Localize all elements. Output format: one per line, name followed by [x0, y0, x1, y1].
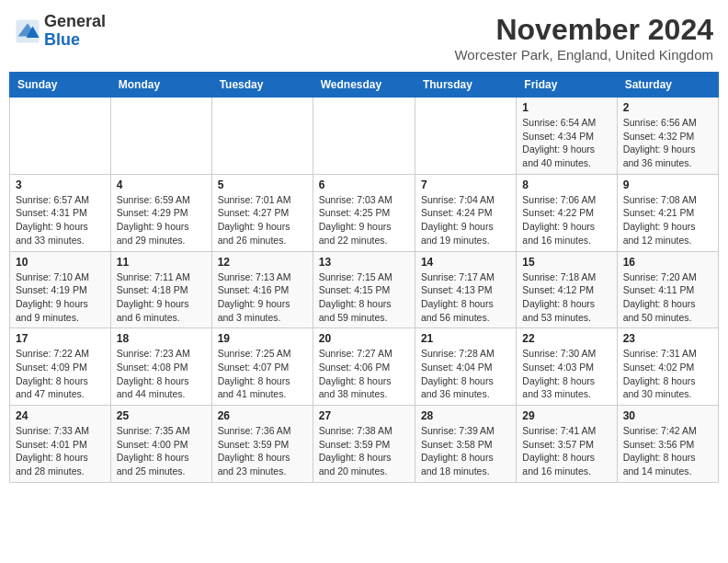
day-cell: 24Sunrise: 7:33 AMSunset: 4:01 PMDayligh… — [10, 406, 111, 483]
day-info: Sunrise: 7:20 AMSunset: 4:11 PMDaylight:… — [623, 270, 712, 325]
day-info: Sunrise: 7:17 AMSunset: 4:13 PMDaylight:… — [421, 270, 510, 325]
subtitle: Worcester Park, England, United Kingdom — [454, 47, 713, 63]
day-cell: 22Sunrise: 7:30 AMSunset: 4:03 PMDayligh… — [517, 328, 617, 406]
day-cell: 16Sunrise: 7:20 AMSunset: 4:11 PMDayligh… — [617, 251, 718, 328]
day-number: 19 — [218, 332, 307, 345]
day-cell: 23Sunrise: 7:31 AMSunset: 4:02 PMDayligh… — [617, 328, 718, 406]
day-info: Sunrise: 7:31 AMSunset: 4:02 PMDaylight:… — [623, 347, 712, 401]
week-row-1: 1Sunrise: 6:54 AMSunset: 4:34 PMDaylight… — [10, 98, 719, 175]
day-cell — [313, 98, 415, 175]
day-info: Sunrise: 7:03 AMSunset: 4:25 PMDaylight:… — [319, 193, 409, 247]
day-info: Sunrise: 6:59 AMSunset: 4:29 PMDaylight:… — [117, 193, 206, 247]
day-cell: 7Sunrise: 7:04 AMSunset: 4:24 PMDaylight… — [415, 174, 516, 251]
day-number: 12 — [218, 256, 307, 269]
header-cell-wednesday: Wednesday — [313, 73, 415, 98]
day-cell: 6Sunrise: 7:03 AMSunset: 4:25 PMDaylight… — [313, 174, 415, 251]
day-info: Sunrise: 7:08 AMSunset: 4:21 PMDaylight:… — [623, 193, 712, 247]
day-number: 29 — [522, 409, 610, 422]
day-info: Sunrise: 7:33 AMSunset: 4:01 PMDaylight:… — [16, 424, 105, 478]
day-number: 16 — [623, 256, 712, 269]
day-number: 9 — [623, 178, 712, 191]
day-cell: 17Sunrise: 7:22 AMSunset: 4:09 PMDayligh… — [10, 328, 111, 406]
day-cell: 19Sunrise: 7:25 AMSunset: 4:07 PMDayligh… — [211, 328, 313, 406]
day-cell: 30Sunrise: 7:42 AMSunset: 3:56 PMDayligh… — [617, 406, 718, 483]
day-number: 11 — [117, 256, 206, 269]
day-number: 2 — [623, 101, 712, 114]
day-info: Sunrise: 7:22 AMSunset: 4:09 PMDaylight:… — [16, 347, 105, 401]
day-number: 13 — [319, 256, 409, 269]
day-number: 17 — [16, 332, 105, 345]
day-info: Sunrise: 7:04 AMSunset: 4:24 PMDaylight:… — [421, 193, 510, 247]
day-info: Sunrise: 7:27 AMSunset: 4:06 PMDaylight:… — [319, 347, 409, 401]
day-cell: 13Sunrise: 7:15 AMSunset: 4:15 PMDayligh… — [313, 251, 415, 328]
day-cell — [211, 98, 313, 175]
logo-blue: Blue — [44, 30, 80, 49]
day-number: 21 — [421, 332, 510, 345]
day-info: Sunrise: 7:11 AMSunset: 4:18 PMDaylight:… — [117, 270, 206, 325]
header-cell-sunday: Sunday — [10, 73, 111, 98]
logo: General Blue — [15, 13, 106, 50]
day-number: 10 — [16, 256, 105, 269]
day-number: 4 — [117, 178, 206, 191]
day-info: Sunrise: 7:25 AMSunset: 4:07 PMDaylight:… — [218, 347, 307, 401]
day-cell: 5Sunrise: 7:01 AMSunset: 4:27 PMDaylight… — [211, 174, 313, 251]
header-row: SundayMondayTuesdayWednesdayThursdayFrid… — [10, 73, 719, 98]
day-info: Sunrise: 6:54 AMSunset: 4:34 PMDaylight:… — [522, 116, 610, 170]
day-info: Sunrise: 7:36 AMSunset: 3:59 PMDaylight:… — [218, 424, 307, 478]
day-number: 7 — [421, 178, 510, 191]
day-cell: 28Sunrise: 7:39 AMSunset: 3:58 PMDayligh… — [415, 406, 516, 483]
day-cell: 27Sunrise: 7:38 AMSunset: 3:59 PMDayligh… — [313, 406, 415, 483]
day-info: Sunrise: 6:57 AMSunset: 4:31 PMDaylight:… — [16, 193, 105, 247]
day-info: Sunrise: 7:39 AMSunset: 3:58 PMDaylight:… — [421, 424, 510, 478]
day-number: 8 — [522, 178, 610, 191]
day-number: 27 — [319, 409, 409, 422]
header-cell-tuesday: Tuesday — [211, 73, 313, 98]
logo-general: General — [44, 12, 106, 30]
day-info: Sunrise: 7:23 AMSunset: 4:08 PMDaylight:… — [117, 347, 206, 401]
day-info: Sunrise: 7:06 AMSunset: 4:22 PMDaylight:… — [522, 193, 610, 247]
day-cell: 14Sunrise: 7:17 AMSunset: 4:13 PMDayligh… — [415, 251, 516, 328]
header-cell-friday: Friday — [517, 73, 617, 98]
logo-icon — [15, 18, 40, 44]
month-title: November 2024 — [454, 13, 713, 47]
day-info: Sunrise: 7:01 AMSunset: 4:27 PMDaylight:… — [218, 193, 307, 247]
day-number: 14 — [421, 256, 510, 269]
week-row-2: 3Sunrise: 6:57 AMSunset: 4:31 PMDaylight… — [10, 174, 719, 251]
day-cell: 29Sunrise: 7:41 AMSunset: 3:57 PMDayligh… — [517, 406, 617, 483]
day-cell — [10, 98, 111, 175]
day-cell: 15Sunrise: 7:18 AMSunset: 4:12 PMDayligh… — [517, 251, 617, 328]
day-cell: 9Sunrise: 7:08 AMSunset: 4:21 PMDaylight… — [617, 174, 718, 251]
day-number: 25 — [117, 409, 206, 422]
week-row-3: 10Sunrise: 7:10 AMSunset: 4:19 PMDayligh… — [10, 251, 719, 328]
week-row-4: 17Sunrise: 7:22 AMSunset: 4:09 PMDayligh… — [10, 328, 719, 406]
day-cell: 10Sunrise: 7:10 AMSunset: 4:19 PMDayligh… — [10, 251, 111, 328]
day-number: 5 — [218, 178, 307, 191]
day-info: Sunrise: 6:56 AMSunset: 4:32 PMDaylight:… — [623, 116, 712, 170]
day-number: 20 — [319, 332, 409, 345]
day-info: Sunrise: 7:28 AMSunset: 4:04 PMDaylight:… — [421, 347, 510, 401]
day-cell: 20Sunrise: 7:27 AMSunset: 4:06 PMDayligh… — [313, 328, 415, 406]
day-number: 24 — [16, 409, 105, 422]
day-number: 15 — [522, 256, 610, 269]
day-number: 3 — [16, 178, 105, 191]
day-cell: 8Sunrise: 7:06 AMSunset: 4:22 PMDaylight… — [517, 174, 617, 251]
day-number: 22 — [522, 332, 610, 345]
day-cell: 26Sunrise: 7:36 AMSunset: 3:59 PMDayligh… — [211, 406, 313, 483]
header-cell-thursday: Thursday — [415, 73, 516, 98]
day-info: Sunrise: 7:13 AMSunset: 4:16 PMDaylight:… — [218, 270, 307, 325]
day-cell: 1Sunrise: 6:54 AMSunset: 4:34 PMDaylight… — [517, 98, 617, 175]
header-cell-saturday: Saturday — [617, 73, 718, 98]
day-cell: 2Sunrise: 6:56 AMSunset: 4:32 PMDaylight… — [617, 98, 718, 175]
day-info: Sunrise: 7:38 AMSunset: 3:59 PMDaylight:… — [319, 424, 409, 478]
day-info: Sunrise: 7:35 AMSunset: 4:00 PMDaylight:… — [117, 424, 206, 478]
day-cell: 3Sunrise: 6:57 AMSunset: 4:31 PMDaylight… — [10, 174, 111, 251]
calendar-body: 1Sunrise: 6:54 AMSunset: 4:34 PMDaylight… — [10, 98, 719, 483]
day-number: 1 — [522, 101, 610, 114]
day-number: 23 — [623, 332, 712, 345]
day-info: Sunrise: 7:15 AMSunset: 4:15 PMDaylight:… — [319, 270, 409, 325]
day-number: 18 — [117, 332, 206, 345]
day-cell: 12Sunrise: 7:13 AMSunset: 4:16 PMDayligh… — [211, 251, 313, 328]
day-cell: 18Sunrise: 7:23 AMSunset: 4:08 PMDayligh… — [110, 328, 211, 406]
day-info: Sunrise: 7:18 AMSunset: 4:12 PMDaylight:… — [522, 270, 610, 325]
header: General Blue November 2024 Worcester Par… — [9, 9, 719, 66]
